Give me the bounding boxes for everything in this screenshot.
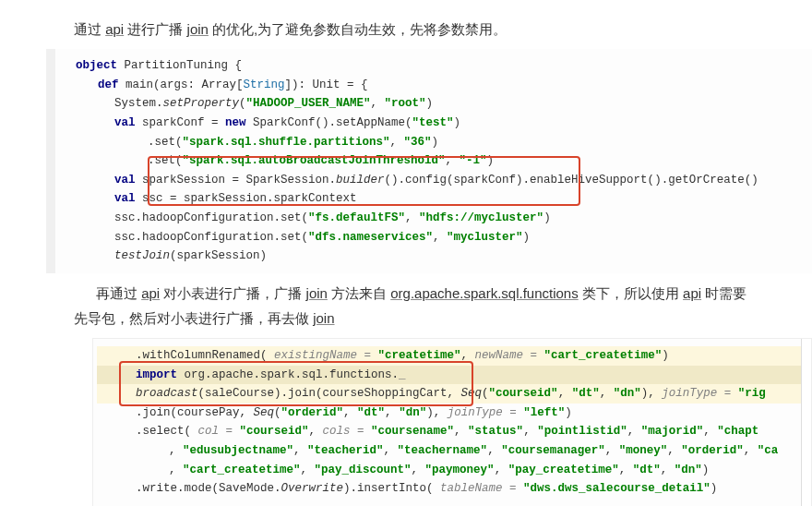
api-term: api [141,285,160,301]
code-line: object PartitionTuning { [59,56,808,76]
code-line: .write.mode(SaveMode.Overwrite).insertIn… [97,479,807,499]
para-2: 再通过 api 对小表进行广播，广播 join 方法来自 org.apache.… [74,281,757,331]
code-line: val sparkConf = new SparkConf().setAppNa… [59,114,808,133]
code-line: testJoin(sparkSession) [59,247,808,266]
code-line: .set("spark.sql.shuffle.partitions", "36… [59,133,808,152]
text: 方法来自 [328,285,390,301]
join-term: join [306,285,328,301]
text: 对小表进行广播，广播 [160,285,305,301]
api-term: api [105,21,124,37]
text: 类下，所以使用 [579,285,683,301]
code-block-2: .withColumnRenamed( existingName = "crea… [92,338,812,506]
functions-package: org.apache.spark.sql.functions [390,285,578,301]
text: 通过 [74,21,105,37]
code-line: , "edusubjectname", "teacherid", "teache… [97,441,807,461]
para-1: 通过 api 进行广播 join 的优化,为了避免参数自动生效，先将参数禁用。 [74,17,812,42]
text: 进行广播 [124,21,186,37]
code-line: , "cart_createtime", "pay_discount", "pa… [97,461,807,480]
highlight-box-set [148,156,580,206]
code-block-1: object PartitionTuning { def main(args: … [46,49,812,273]
scrollbar-shadow [801,339,811,506]
api-term: api [683,285,701,301]
code-line: ssc.hadoopConfiguration.set("fs.defaultF… [59,209,808,228]
code-line: ssc.hadoopConfiguration.set("dfs.nameser… [59,228,808,247]
article-container: 通过 api 进行广播 join 的优化,为了避免参数自动生效，先将参数禁用。 … [0,0,812,506]
text: 的优化,为了避免参数自动生效，先将参数禁用。 [209,21,507,37]
highlight-box-import-broadcast [119,361,473,406]
join-term: join [313,310,334,326]
join-term: join [187,21,209,37]
code-line: .select( col = "courseid", cols = "cours… [97,422,807,441]
text: 再通过 [96,285,141,301]
code-line: def main(args: Array[String]): Unit = { [59,76,808,95]
code-line: System.setProperty("HADOOP_USER_NAME", "… [59,94,808,114]
